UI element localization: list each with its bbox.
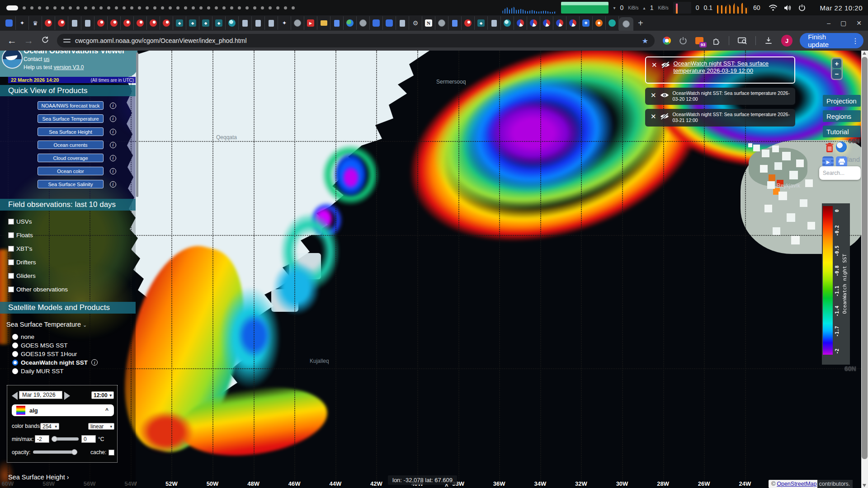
tab-manager-extension-icon[interactable]: 93 — [695, 37, 703, 44]
download-icon[interactable] — [764, 36, 773, 45]
observation-row[interactable]: Drifters — [8, 258, 68, 266]
workspace-dot[interactable] — [130, 6, 133, 9]
new-tab-button[interactable]: + — [638, 18, 643, 28]
sst-group-label[interactable]: Sea Surface Temperature ⌄ — [6, 321, 87, 328]
collapse-chevron-icon[interactable]: ^ — [445, 483, 448, 488]
observation-row[interactable]: XBT's — [8, 245, 68, 253]
google-earth-icon[interactable] — [836, 141, 847, 152]
power-extension-icon[interactable] — [679, 37, 687, 45]
browser-tab[interactable] — [212, 16, 226, 30]
browser-tab[interactable] — [173, 16, 186, 30]
slider-thumb[interactable] — [52, 436, 57, 442]
workspace-dot[interactable] — [292, 6, 295, 9]
browser-tab[interactable] — [94, 16, 108, 30]
workspace-dot[interactable] — [84, 6, 87, 9]
info-icon[interactable]: i — [110, 181, 116, 188]
animation-icon[interactable] — [822, 156, 834, 167]
sidebar-scrollbar[interactable] — [136, 52, 138, 197]
time-select[interactable]: 12:00 ▾ — [91, 391, 114, 399]
workspace-indicator[interactable] — [6, 5, 295, 10]
browser-tab[interactable] — [291, 16, 304, 30]
volume-icon[interactable] — [784, 5, 792, 11]
version-link[interactable]: version V3.0 — [54, 64, 84, 70]
visibility-eye-icon[interactable] — [660, 92, 669, 100]
observation-row[interactable]: Other observations — [8, 286, 68, 293]
browser-tab[interactable] — [68, 16, 81, 30]
workspace-dot[interactable] — [99, 6, 103, 9]
workspace-dot[interactable] — [222, 6, 226, 9]
observation-row[interactable]: Gliders — [8, 272, 68, 280]
print-icon[interactable] — [836, 156, 847, 167]
workspace-dot[interactable] — [169, 6, 172, 9]
back-button[interactable]: ← — [7, 35, 17, 46]
workspace-dot[interactable] — [161, 6, 164, 9]
product-button[interactable]: Cloud coverage — [38, 154, 104, 162]
bookmark-star-icon[interactable]: ★ — [642, 37, 648, 45]
scroll-up-arrow[interactable] — [863, 52, 866, 55]
menu-kebab-icon[interactable]: ⋮ — [852, 37, 859, 45]
workspace-dot[interactable] — [184, 6, 187, 9]
browser-tab[interactable] — [435, 16, 448, 30]
workspace-dot[interactable] — [76, 6, 80, 9]
checkbox[interactable] — [8, 246, 14, 252]
browser-tab[interactable] — [147, 16, 160, 30]
browser-tab[interactable] — [357, 16, 370, 30]
date-input[interactable]: Mar 19, 2026 — [19, 391, 62, 399]
workspace-dot[interactable] — [92, 6, 95, 9]
maximize-button[interactable]: ▢ — [840, 19, 846, 27]
browser-tab[interactable] — [265, 16, 278, 30]
map-button-regions[interactable]: Regions — [823, 110, 861, 122]
radio-icon[interactable] — [12, 368, 18, 374]
info-icon[interactable]: i — [110, 116, 116, 122]
sst-option[interactable]: GOES19 SST 1Hour i — [12, 351, 98, 357]
browser-tab[interactable] — [540, 16, 553, 30]
trash-icon[interactable] — [825, 142, 834, 153]
opacity-slider[interactable] — [33, 450, 77, 454]
checkbox[interactable] — [8, 259, 14, 265]
observation-row[interactable]: Floats — [8, 231, 68, 239]
layer-item[interactable]: OceanWatch night SST: Sea surface temper… — [645, 88, 795, 105]
browser-tab[interactable] — [566, 16, 580, 30]
workspace-dot[interactable] — [146, 6, 149, 9]
browser-tab[interactable] — [448, 16, 462, 30]
browser-tab[interactable] — [396, 16, 409, 30]
sst-option[interactable]: none i — [12, 333, 98, 340]
browser-tab[interactable] — [606, 16, 619, 30]
observation-row[interactable]: USVs — [8, 218, 68, 225]
openstreetmap-link[interactable]: OpenStreetMap — [777, 481, 816, 487]
product-button[interactable]: Sea Surface Temperature — [38, 114, 104, 123]
zoom-out-button[interactable]: − — [832, 69, 841, 79]
workspace-dot[interactable] — [192, 6, 195, 9]
search-input[interactable] — [819, 166, 861, 180]
site-info-icon[interactable] — [63, 38, 71, 43]
workspace-dot[interactable] — [284, 6, 287, 9]
map-button-tutorial[interactable]: Tutorial — [823, 126, 861, 137]
workspace-dot[interactable] — [153, 6, 156, 9]
workspace-dot[interactable] — [61, 6, 64, 9]
workspace-dot[interactable] — [238, 6, 241, 9]
browser-tab[interactable] — [186, 16, 199, 30]
workspace-dot[interactable] — [207, 6, 210, 9]
browser-tab[interactable] — [514, 16, 527, 30]
next-date-button[interactable] — [64, 392, 70, 400]
previous-date-button[interactable] — [12, 392, 18, 400]
contact-link[interactable]: us — [44, 56, 50, 62]
workspace-dot[interactable] — [123, 6, 126, 9]
remove-layer-icon[interactable] — [651, 113, 656, 121]
browser-tab[interactable] — [108, 16, 121, 30]
minimize-button[interactable]: – — [827, 19, 830, 27]
active-tab[interactable] — [619, 17, 633, 31]
checkbox[interactable] — [8, 286, 14, 292]
product-button[interactable]: Ocean color — [38, 167, 104, 175]
browser-tab[interactable] — [527, 16, 540, 30]
min-slider[interactable] — [52, 437, 79, 441]
workspace-dot[interactable] — [276, 6, 279, 9]
workspace-dot[interactable] — [53, 6, 57, 9]
sea-surface-height-section[interactable]: Sea Surface Height › — [8, 474, 69, 481]
screen-search-icon[interactable] — [737, 36, 747, 45]
color-bands-select[interactable]: 254 ▾ — [40, 423, 59, 430]
browser-tab[interactable] — [462, 16, 475, 30]
forward-button[interactable]: → — [24, 35, 33, 46]
info-icon[interactable]: i — [110, 142, 116, 148]
visibility-eye-icon[interactable] — [661, 61, 670, 70]
